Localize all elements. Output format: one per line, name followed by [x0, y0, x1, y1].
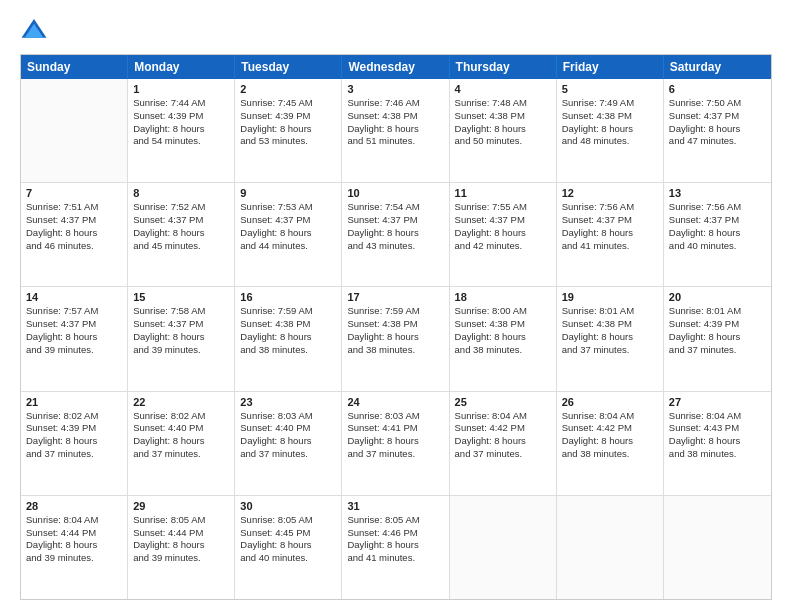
sunset-text: Sunset: 4:38 PM [347, 110, 443, 123]
day-number: 15 [133, 291, 229, 303]
minutes-text: and 45 minutes. [133, 240, 229, 253]
daylight-text: Daylight: 8 hours [669, 331, 766, 344]
minutes-text: and 39 minutes. [26, 344, 122, 357]
sunset-text: Sunset: 4:38 PM [455, 318, 551, 331]
sunrise-text: Sunrise: 7:50 AM [669, 97, 766, 110]
sunrise-text: Sunrise: 7:45 AM [240, 97, 336, 110]
minutes-text: and 47 minutes. [669, 135, 766, 148]
day-cell-14: 14Sunrise: 7:57 AMSunset: 4:37 PMDayligh… [21, 287, 128, 390]
minutes-text: and 38 minutes. [240, 344, 336, 357]
day-number: 21 [26, 396, 122, 408]
minutes-text: and 37 minutes. [562, 344, 658, 357]
day-cell-12: 12Sunrise: 7:56 AMSunset: 4:37 PMDayligh… [557, 183, 664, 286]
sunrise-text: Sunrise: 7:52 AM [133, 201, 229, 214]
day-cell-10: 10Sunrise: 7:54 AMSunset: 4:37 PMDayligh… [342, 183, 449, 286]
minutes-text: and 41 minutes. [347, 552, 443, 565]
day-cell-20: 20Sunrise: 8:01 AMSunset: 4:39 PMDayligh… [664, 287, 771, 390]
daylight-text: Daylight: 8 hours [133, 227, 229, 240]
day-cell-7: 7Sunrise: 7:51 AMSunset: 4:37 PMDaylight… [21, 183, 128, 286]
minutes-text: and 38 minutes. [347, 344, 443, 357]
calendar-row-3: 14Sunrise: 7:57 AMSunset: 4:37 PMDayligh… [21, 287, 771, 391]
day-number: 19 [562, 291, 658, 303]
day-number: 3 [347, 83, 443, 95]
daylight-text: Daylight: 8 hours [455, 331, 551, 344]
day-number: 9 [240, 187, 336, 199]
daylight-text: Daylight: 8 hours [347, 227, 443, 240]
minutes-text: and 43 minutes. [347, 240, 443, 253]
day-number: 8 [133, 187, 229, 199]
day-cell-13: 13Sunrise: 7:56 AMSunset: 4:37 PMDayligh… [664, 183, 771, 286]
minutes-text: and 39 minutes. [133, 344, 229, 357]
day-number: 23 [240, 396, 336, 408]
daylight-text: Daylight: 8 hours [240, 435, 336, 448]
daylight-text: Daylight: 8 hours [240, 331, 336, 344]
day-cell-19: 19Sunrise: 8:01 AMSunset: 4:38 PMDayligh… [557, 287, 664, 390]
daylight-text: Daylight: 8 hours [240, 539, 336, 552]
sunrise-text: Sunrise: 8:05 AM [133, 514, 229, 527]
minutes-text: and 42 minutes. [455, 240, 551, 253]
header-day-saturday: Saturday [664, 55, 771, 79]
daylight-text: Daylight: 8 hours [26, 331, 122, 344]
sunrise-text: Sunrise: 7:55 AM [455, 201, 551, 214]
sunrise-text: Sunrise: 7:44 AM [133, 97, 229, 110]
header-day-friday: Friday [557, 55, 664, 79]
sunset-text: Sunset: 4:42 PM [455, 422, 551, 435]
day-number: 31 [347, 500, 443, 512]
page-header [20, 16, 772, 44]
minutes-text: and 38 minutes. [455, 344, 551, 357]
minutes-text: and 48 minutes. [562, 135, 658, 148]
day-number: 27 [669, 396, 766, 408]
sunset-text: Sunset: 4:37 PM [669, 214, 766, 227]
daylight-text: Daylight: 8 hours [240, 227, 336, 240]
sunrise-text: Sunrise: 7:54 AM [347, 201, 443, 214]
minutes-text: and 54 minutes. [133, 135, 229, 148]
day-cell-22: 22Sunrise: 8:02 AMSunset: 4:40 PMDayligh… [128, 392, 235, 495]
day-cell-29: 29Sunrise: 8:05 AMSunset: 4:44 PMDayligh… [128, 496, 235, 599]
logo [20, 16, 52, 44]
header-day-thursday: Thursday [450, 55, 557, 79]
day-cell-27: 27Sunrise: 8:04 AMSunset: 4:43 PMDayligh… [664, 392, 771, 495]
sunrise-text: Sunrise: 7:46 AM [347, 97, 443, 110]
calendar-row-1: 1Sunrise: 7:44 AMSunset: 4:39 PMDaylight… [21, 79, 771, 183]
sunset-text: Sunset: 4:38 PM [455, 110, 551, 123]
daylight-text: Daylight: 8 hours [347, 435, 443, 448]
sunset-text: Sunset: 4:38 PM [347, 318, 443, 331]
sunrise-text: Sunrise: 7:57 AM [26, 305, 122, 318]
day-number: 16 [240, 291, 336, 303]
day-number: 24 [347, 396, 443, 408]
day-cell-15: 15Sunrise: 7:58 AMSunset: 4:37 PMDayligh… [128, 287, 235, 390]
day-cell-4: 4Sunrise: 7:48 AMSunset: 4:38 PMDaylight… [450, 79, 557, 182]
sunset-text: Sunset: 4:44 PM [133, 527, 229, 540]
daylight-text: Daylight: 8 hours [133, 539, 229, 552]
sunset-text: Sunset: 4:37 PM [347, 214, 443, 227]
sunset-text: Sunset: 4:37 PM [669, 110, 766, 123]
daylight-text: Daylight: 8 hours [562, 331, 658, 344]
day-number: 20 [669, 291, 766, 303]
empty-cell [664, 496, 771, 599]
day-number: 11 [455, 187, 551, 199]
sunset-text: Sunset: 4:37 PM [26, 318, 122, 331]
minutes-text: and 39 minutes. [133, 552, 229, 565]
daylight-text: Daylight: 8 hours [669, 227, 766, 240]
day-cell-1: 1Sunrise: 7:44 AMSunset: 4:39 PMDaylight… [128, 79, 235, 182]
day-number: 7 [26, 187, 122, 199]
daylight-text: Daylight: 8 hours [562, 435, 658, 448]
day-cell-8: 8Sunrise: 7:52 AMSunset: 4:37 PMDaylight… [128, 183, 235, 286]
minutes-text: and 51 minutes. [347, 135, 443, 148]
day-number: 30 [240, 500, 336, 512]
daylight-text: Daylight: 8 hours [455, 123, 551, 136]
day-cell-6: 6Sunrise: 7:50 AMSunset: 4:37 PMDaylight… [664, 79, 771, 182]
sunset-text: Sunset: 4:46 PM [347, 527, 443, 540]
minutes-text: and 37 minutes. [669, 344, 766, 357]
day-cell-9: 9Sunrise: 7:53 AMSunset: 4:37 PMDaylight… [235, 183, 342, 286]
empty-cell [557, 496, 664, 599]
day-number: 22 [133, 396, 229, 408]
day-cell-25: 25Sunrise: 8:04 AMSunset: 4:42 PMDayligh… [450, 392, 557, 495]
day-number: 26 [562, 396, 658, 408]
calendar: SundayMondayTuesdayWednesdayThursdayFrid… [20, 54, 772, 600]
sunset-text: Sunset: 4:45 PM [240, 527, 336, 540]
day-cell-28: 28Sunrise: 8:04 AMSunset: 4:44 PMDayligh… [21, 496, 128, 599]
sunset-text: Sunset: 4:37 PM [240, 214, 336, 227]
sunrise-text: Sunrise: 8:04 AM [669, 410, 766, 423]
sunset-text: Sunset: 4:39 PM [133, 110, 229, 123]
